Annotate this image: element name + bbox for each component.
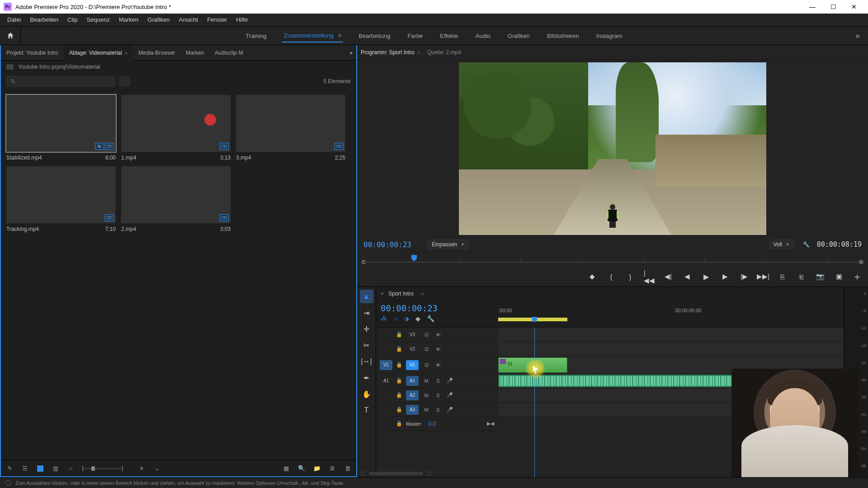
footer-newitem-icon[interactable]: 🗎 bbox=[328, 465, 336, 473]
lift-button[interactable]: ⎘ bbox=[777, 271, 788, 282]
search-input[interactable] bbox=[6, 76, 115, 87]
tab-projekt[interactable]: Projekt: Youtube Intro bbox=[1, 45, 64, 61]
sync-lock-icon[interactable]: ⊡ bbox=[422, 345, 430, 353]
source-patch[interactable]: V1 bbox=[380, 360, 392, 370]
thumbnail-zoom-slider[interactable] bbox=[82, 468, 123, 469]
voiceover-icon[interactable]: 🎤 bbox=[446, 391, 454, 399]
slip-tool[interactable]: |↔| bbox=[360, 355, 373, 368]
workspace-farbe[interactable]: Farbe bbox=[406, 30, 425, 42]
menu-marken[interactable]: Marken bbox=[114, 14, 143, 26]
track-target[interactable]: V2 bbox=[406, 344, 419, 354]
program-quality-dropdown[interactable]: Voll▼ bbox=[769, 239, 793, 249]
play-button[interactable]: ▶ bbox=[701, 271, 712, 282]
maximize-button[interactable]: ☐ bbox=[823, 0, 844, 14]
footer-auto-icon[interactable]: ▦ bbox=[282, 465, 290, 473]
footer-sort-icon[interactable]: ○ bbox=[67, 465, 75, 473]
panel-menu-icon[interactable]: ≡ bbox=[125, 50, 127, 56]
video-track-header[interactable]: 🔒 V3 ⊡ 👁 bbox=[376, 328, 498, 342]
workspace-audio[interactable]: Audio bbox=[474, 30, 492, 42]
mute-button[interactable]: M bbox=[422, 377, 430, 385]
workspace-effekte[interactable]: Effekte bbox=[438, 30, 460, 42]
program-panel-menu-icon[interactable]: ≡ bbox=[417, 50, 420, 55]
comparison-button[interactable]: ▣ bbox=[834, 271, 844, 282]
clip-thumbnail[interactable]: fx□□ Stabilized.mp48;00 bbox=[6, 95, 116, 161]
go-to-in-button[interactable]: |◀◀ bbox=[644, 271, 655, 282]
toggle-track-output-icon[interactable]: 👁 bbox=[434, 331, 442, 339]
sync-lock-icon[interactable]: ⊡ bbox=[422, 331, 430, 339]
button-editor[interactable]: ＋ bbox=[853, 271, 862, 283]
source-patch[interactable] bbox=[380, 330, 392, 340]
video-track-header[interactable]: V1 🔒 V1 ⊡ 👁 bbox=[376, 357, 498, 374]
footer-freeform-icon[interactable]: ▥ bbox=[52, 465, 60, 473]
workspace-menu-icon[interactable]: ≡ bbox=[338, 32, 342, 39]
timeline-close[interactable]: × bbox=[381, 291, 384, 297]
mark-in-button[interactable]: { bbox=[606, 271, 617, 282]
timeline-playhead[interactable] bbox=[532, 317, 537, 322]
type-tool[interactable]: T bbox=[360, 404, 373, 417]
extract-button[interactable]: ⎗ bbox=[796, 271, 807, 282]
linked-selection-icon[interactable]: ∩ bbox=[393, 315, 398, 322]
clip-thumbnail[interactable]: □□ 1.mp43;13 bbox=[121, 95, 231, 161]
sequence-name[interactable]: Sport Intro bbox=[388, 291, 414, 297]
solo-button[interactable]: S bbox=[434, 377, 442, 385]
timeline-ruler[interactable]: :00:0000:00:05:00 bbox=[498, 300, 844, 327]
project-thumbnails[interactable]: fx□□ Stabilized.mp48;00□□ 1.mp43;13□□ 3.… bbox=[1, 89, 356, 460]
lock-icon[interactable]: 🔒 bbox=[396, 407, 402, 413]
home-button[interactable] bbox=[0, 26, 21, 45]
clip-thumbnail[interactable]: □□ Tracking.mp47;10 bbox=[6, 166, 116, 232]
source-patch[interactable] bbox=[380, 344, 392, 354]
menu-fenster[interactable]: Fenster bbox=[203, 14, 231, 26]
program-zoom-dropdown[interactable]: Einpassen▼ bbox=[428, 239, 469, 249]
track-target[interactable]: A1 bbox=[406, 376, 419, 386]
program-timecode[interactable]: 00:00:00:23 bbox=[363, 240, 411, 249]
master-value[interactable]: 0,0 bbox=[429, 421, 436, 427]
track-target[interactable]: A3 bbox=[406, 405, 419, 415]
workspace-grafiken[interactable]: Grafiken bbox=[506, 30, 532, 42]
lock-icon[interactable]: 🔒 bbox=[396, 332, 402, 338]
lock-icon[interactable]: 🔒 bbox=[396, 378, 402, 384]
menu-sequenz[interactable]: Sequenz bbox=[82, 14, 114, 26]
marker-icon[interactable]: ⬗ bbox=[404, 315, 409, 322]
footer-find-icon[interactable]: 🔍 bbox=[297, 465, 306, 473]
toggle-track-output-icon[interactable]: 👁 bbox=[434, 361, 442, 369]
workspace-zusammenstellung[interactable]: Zusammenstellung≡ bbox=[282, 29, 343, 42]
tab-ablage[interactable]: Ablage: Videomaterial≡ bbox=[64, 45, 133, 61]
zoom-out[interactable] bbox=[361, 471, 365, 476]
source-patch[interactable]: A1 bbox=[380, 376, 392, 386]
audio-track-header[interactable]: 🔒 A2 M S 🎤 bbox=[376, 388, 498, 403]
program-scrub-bar[interactable] bbox=[357, 252, 868, 267]
video-track-header[interactable]: 🔒 V2 ⊡ 👁 bbox=[376, 342, 498, 357]
menu-bearbeiten[interactable]: Bearbeiten bbox=[25, 14, 63, 26]
selection-tool[interactable]: ▲ bbox=[360, 290, 373, 303]
workspace-instagram[interactable]: Instagram bbox=[594, 30, 624, 42]
go-to-out-button[interactable]: ▶▶| bbox=[758, 271, 769, 282]
zoom-scrollbar[interactable] bbox=[369, 472, 423, 475]
program-playhead[interactable] bbox=[411, 255, 417, 261]
source-patch[interactable] bbox=[380, 390, 392, 400]
workspace-training[interactable]: Training bbox=[244, 30, 268, 42]
menu-datei[interactable]: Datei bbox=[3, 14, 25, 26]
mark-out-button[interactable]: } bbox=[625, 271, 636, 282]
mute-button[interactable]: M bbox=[422, 406, 430, 414]
footer-list-view-icon[interactable]: ☰ bbox=[21, 465, 29, 473]
hand-tool[interactable]: ✋ bbox=[360, 387, 373, 401]
voiceover-icon[interactable]: 🎤 bbox=[446, 377, 454, 385]
timeline-timecode[interactable]: 00:00:00:23 bbox=[381, 303, 494, 313]
track-target[interactable]: A2 bbox=[406, 390, 419, 400]
export-frame-button[interactable]: 📷 bbox=[815, 271, 826, 282]
workspace-bibliotheken[interactable]: Bibliotheken bbox=[545, 30, 581, 42]
program-viewport[interactable] bbox=[357, 60, 868, 237]
source-patch[interactable] bbox=[380, 405, 392, 415]
tab-media-browser[interactable]: Media-Browser bbox=[133, 45, 180, 61]
playhead-line[interactable] bbox=[534, 328, 535, 477]
pen-tool[interactable]: ✒ bbox=[360, 371, 373, 385]
footer-icon-view-icon[interactable] bbox=[36, 465, 44, 473]
footer-chevron-icon[interactable]: ⌄ bbox=[153, 465, 161, 473]
mute-button[interactable]: M bbox=[422, 391, 430, 399]
program-tab[interactable]: Programm: Sport Intro≡ bbox=[361, 49, 420, 56]
timeline-settings-icon[interactable]: 🔧 bbox=[427, 315, 434, 322]
tab-audioclip[interactable]: Audioclip-M bbox=[209, 45, 249, 61]
footer-trash-icon[interactable]: 🗑 bbox=[344, 465, 352, 473]
project-tabs-overflow[interactable]: » bbox=[346, 50, 356, 56]
menu-ansicht[interactable]: Ansicht bbox=[174, 14, 203, 26]
